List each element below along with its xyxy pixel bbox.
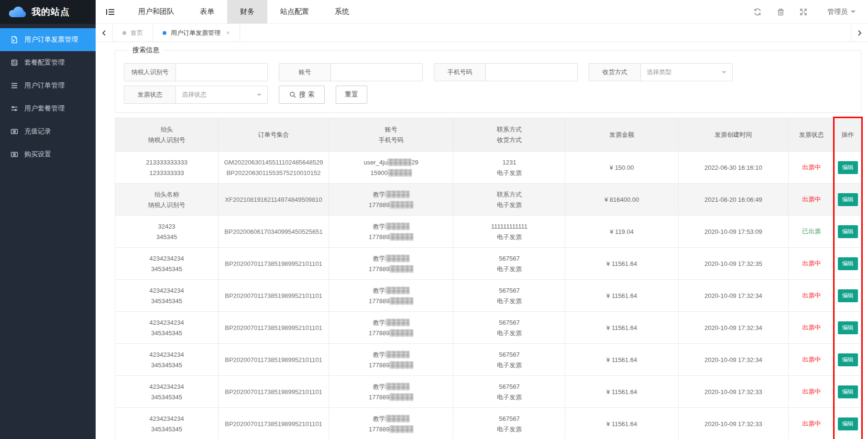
delivery-method-select[interactable]: 选择类型 <box>641 64 732 81</box>
cell-amount: ¥ 11561.64 <box>565 280 678 312</box>
cell-amount: ¥ 11561.64 <box>565 376 678 408</box>
redaction-blur <box>389 329 413 337</box>
nav-item[interactable]: 站点配置 <box>267 0 322 23</box>
edit-button[interactable]: 编辑 <box>838 161 858 174</box>
cell-account: user_4ju2915900 <box>329 152 453 184</box>
cell-created-time: 2020-10-09 17:32:34 <box>678 344 788 376</box>
cell-account: 教学177889 <box>329 344 453 376</box>
search-panel-title: 搜索信息 <box>129 46 163 55</box>
phone-group: 手机号码 <box>434 63 578 81</box>
redaction-blur <box>388 169 412 176</box>
cell-account: 教学177889 <box>329 248 453 280</box>
chevron-down-icon <box>722 71 726 76</box>
search-icon <box>289 91 296 98</box>
sidebar-item[interactable]: 套餐配置管理 <box>0 51 96 74</box>
nav-item[interactable]: 表单 <box>187 0 227 23</box>
tab-invoice-management[interactable]: 用户订单发票管理 × <box>153 24 240 42</box>
cell-created-time: 2020-10-09 17:32:33 <box>678 408 788 439</box>
nav-item[interactable]: 财务 <box>227 0 267 23</box>
column-header: 账号手机号码 <box>329 118 453 152</box>
column-header: 联系方式收货方式 <box>453 118 565 152</box>
edit-button[interactable]: 编辑 <box>838 225 858 238</box>
cell-actions: 编辑 <box>835 376 861 408</box>
close-icon[interactable]: × <box>226 29 230 36</box>
sidebar-item-label: 用户订单管理 <box>24 81 65 90</box>
cell-contact: 567567电子发票 <box>453 376 565 408</box>
cell-orders: BP20200701173851989952101101 <box>219 376 329 408</box>
tab-home[interactable]: 首页 <box>113 24 153 42</box>
edit-button[interactable]: 编辑 <box>838 417 858 430</box>
reset-button[interactable]: 重置 <box>336 86 367 104</box>
invoice-table-wrap: 抬头纳税人识别号订单号集合账号手机号码联系方式收货方式发票金额发票创建时间发票状… <box>115 118 861 439</box>
search-button[interactable]: 搜 索 <box>279 86 325 104</box>
delivery-method-label: 收货方式 <box>589 64 641 81</box>
account-input[interactable] <box>331 64 422 81</box>
cell-orders: XF20210819162114974849509810 <box>219 184 329 216</box>
sidebar-item[interactable]: 购买设置 <box>0 143 96 166</box>
cell-contact: 联系方式电子发票 <box>453 184 565 216</box>
cell-status: 出票中 <box>788 312 835 344</box>
cell-account: 教学177889 <box>329 216 453 248</box>
cell-amount: ¥ 11561.64 <box>565 344 678 376</box>
cell-orders: BP20200701173851989952101101 <box>219 280 329 312</box>
cell-created-time: 2020-10-09 17:53:09 <box>678 216 788 248</box>
sidebar-item[interactable]: 充值记录 <box>0 120 96 143</box>
edit-button[interactable]: 编辑 <box>838 193 858 206</box>
cell-orders: BP20200701173851989952101101 <box>219 344 329 376</box>
cell-account: 教学177889 <box>329 408 453 439</box>
edit-button[interactable]: 编辑 <box>838 289 858 302</box>
trash-icon[interactable] <box>769 0 792 23</box>
sidebar-item[interactable]: 用户订单发票管理 <box>0 28 96 51</box>
taxpayer-id-input[interactable] <box>176 64 267 81</box>
cell-amount: ¥ 816400.00 <box>565 184 678 216</box>
status-badge: 出票中 <box>802 420 821 427</box>
status-badge: 出票中 <box>802 324 821 331</box>
sidebar: 用户订单发票管理套餐配置管理用户订单管理用户套餐管理充值记录购买设置 <box>0 24 96 439</box>
search-button-label: 搜 索 <box>299 90 315 99</box>
collapse-menu-icon[interactable] <box>96 0 125 23</box>
edit-button[interactable]: 编辑 <box>838 385 858 398</box>
table-row: 4234234234345345345BP2020070117385198995… <box>115 248 861 280</box>
account-label: 账号 <box>279 64 331 81</box>
cell-status: 出票中 <box>788 344 835 376</box>
nav-item[interactable]: 用户和团队 <box>125 0 187 23</box>
redaction-blur <box>385 415 409 422</box>
cell-orders: BP20200606170340995450525651 <box>219 216 329 248</box>
cell-actions: 编辑 <box>835 152 861 184</box>
cell-actions: 编辑 <box>835 280 861 312</box>
column-header: 发票状态 <box>788 118 835 152</box>
invoice-status-select[interactable]: 选择状态 <box>176 86 267 103</box>
column-header: 订单号集合 <box>219 118 329 152</box>
site-logo[interactable]: 我的站点 <box>0 0 96 24</box>
invoice-table: 抬头纳税人识别号订单号集合账号手机号码联系方式收货方式发票金额发票创建时间发票状… <box>115 118 861 439</box>
column-header: 操作 <box>835 118 861 152</box>
phone-input[interactable] <box>486 64 577 81</box>
refresh-icon[interactable] <box>746 0 769 23</box>
fullscreen-icon[interactable] <box>792 0 815 23</box>
edit-button[interactable]: 编辑 <box>838 257 858 270</box>
delivery-method-value: 选择类型 <box>647 68 671 77</box>
tabs-scroll-right-icon[interactable] <box>851 24 868 42</box>
table-row: 2133333333331233333333GM2022063014551110… <box>115 152 861 184</box>
cell-actions: 编辑 <box>835 312 861 344</box>
user-menu[interactable]: 管理员 <box>815 0 868 23</box>
cell-title: 抬头名称纳税人识别号 <box>115 184 219 216</box>
redaction-blur <box>385 383 409 390</box>
invoice-file-icon <box>11 36 18 44</box>
redaction-blur <box>385 255 409 262</box>
top-navbar: 用户和团队表单财务站点配置系统 管理员 <box>96 0 868 24</box>
order-list-icon <box>11 82 18 89</box>
redaction-blur <box>389 362 413 369</box>
cell-amount: ¥ 11561.64 <box>565 248 678 280</box>
redaction-blur <box>389 265 413 273</box>
cell-created-time: 2021-08-20 16:06:49 <box>678 184 788 216</box>
table-row: 抬头名称纳税人识别号XF20210819162114974849509810教学… <box>115 184 861 216</box>
sidebar-item[interactable]: 用户套餐管理 <box>0 97 96 120</box>
tabs-scroll-left-icon[interactable] <box>96 24 113 42</box>
edit-button[interactable]: 编辑 <box>838 321 858 334</box>
sidebar-item[interactable]: 用户订单管理 <box>0 74 96 97</box>
table-row: 4234234234345345345BP2020070117385198995… <box>115 376 861 408</box>
edit-button[interactable]: 编辑 <box>838 353 858 366</box>
status-badge: 出票中 <box>802 196 821 203</box>
nav-item[interactable]: 系统 <box>322 0 362 23</box>
